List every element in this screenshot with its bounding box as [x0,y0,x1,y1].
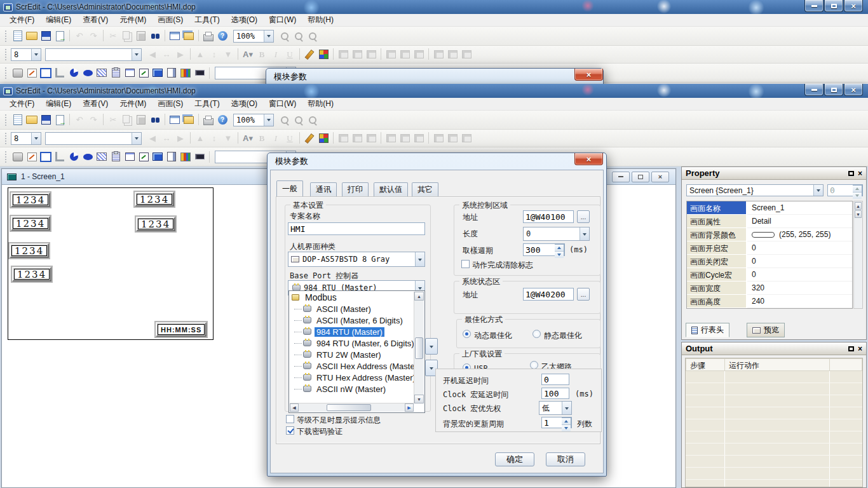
make-same-size-icon[interactable] [337,48,349,61]
tab-others[interactable]: 其它 [412,182,438,196]
tab-row-header[interactable]: 行表头 [686,323,729,337]
copy-icon[interactable] [121,114,133,126]
open-file-icon[interactable] [25,30,38,43]
property-object-combo[interactable]: Screen {Screen_1} [686,184,824,196]
pie-element-icon[interactable] [67,67,80,79]
zoom-out-icon[interactable] [292,30,305,43]
text-style-combo[interactable] [45,48,142,61]
save-icon[interactable] [39,114,52,126]
tree-item[interactable]: ASCII (Master, 6 Digits) [290,315,414,326]
center-vertical-icon[interactable]: ↕ [208,48,220,61]
level-hint-checkbox[interactable] [286,415,294,423]
menu-edit[interactable]: 编辑(E) [40,97,77,111]
button-element-icon[interactable] [11,67,24,79]
state-address-browse-button[interactable]: ... [577,288,590,301]
font-color-icon[interactable]: A▾ [241,132,254,145]
column-action[interactable]: 运行动作 [725,358,830,371]
menu-file[interactable]: 文件(F) [4,97,40,111]
align-left-icon[interactable]: ◀ [146,48,159,61]
undo-icon[interactable]: ↶ [73,30,86,43]
menu-window[interactable]: 窗口(W) [263,13,302,27]
undo-icon[interactable]: ↶ [73,114,86,126]
make-same-height-icon[interactable] [365,132,377,145]
bring-front-icon[interactable] [432,48,445,61]
numeric-display-element[interactable]: 1234 [8,242,50,259]
text-style-combo[interactable] [45,132,142,145]
dropdown-arrow-icon[interactable] [562,402,571,414]
pie-element-icon[interactable] [67,151,80,163]
float-panel-icon[interactable] [848,171,854,176]
menu-screen[interactable]: 画面(S) [152,13,189,27]
bring-front-icon[interactable] [432,132,445,145]
ungroup-icon[interactable] [398,132,411,145]
display-element-icon[interactable] [151,67,164,79]
download-password-checkbox[interactable] [286,426,294,435]
dialog-close-button[interactable]: × [574,153,603,165]
help-icon[interactable] [216,30,229,43]
tab-general[interactable]: 一般 [276,180,303,196]
layer-order-icon[interactable] [412,48,425,61]
property-value[interactable]: 0 [747,268,852,281]
align-left-icon[interactable]: ◀ [146,132,159,145]
make-same-size-icon[interactable] [337,132,349,145]
hidden-combo-arrow[interactable] [425,338,438,355]
scroll-up-icon[interactable]: ▲ [855,202,862,210]
new-file-icon[interactable] [11,30,24,43]
button-element-icon[interactable] [11,151,24,163]
chart-element-icon[interactable] [179,67,192,79]
close-button[interactable]: × [844,84,863,96]
pen-icon[interactable] [303,132,316,145]
property-value[interactable]: 0 [747,241,852,255]
clear-flag-checkbox[interactable] [461,260,470,268]
menu-file[interactable]: 文件(F) [4,13,40,27]
dialog-close-button[interactable]: × [574,69,603,81]
design-canvas[interactable]: 1234 1234 1234 1234 1234 1234 [8,187,214,340]
cut-icon[interactable]: ✂ [107,30,119,43]
cut-icon[interactable]: ✂ [107,114,119,126]
underline-icon[interactable]: U [283,132,296,145]
export-icon[interactable] [53,114,66,126]
zoom-in-icon[interactable] [278,30,291,43]
flip-icon[interactable] [460,132,473,145]
property-value[interactable]: Screen_1 [747,201,852,215]
menu-tools[interactable]: 工具(T) [189,13,225,27]
property-label[interactable]: 画面名称 [687,201,747,215]
clock-priority-combo[interactable]: 低 [539,401,572,415]
italic-icon[interactable]: I [269,48,282,61]
spinner-buttons[interactable] [562,417,571,428]
make-same-width-icon[interactable] [351,48,363,61]
clock-delay-input[interactable]: 100 [541,388,569,399]
numeric-display-element[interactable]: 1234 [135,215,177,233]
scroll-thumb[interactable] [327,404,371,411]
tree-root-modbus[interactable]: Modbus [290,292,414,303]
length-combo[interactable]: 0 [523,227,590,241]
group-icon[interactable] [384,132,397,145]
property-row[interactable]: 画面名称 Screen_1 [687,201,852,215]
pattern-element-icon[interactable] [95,67,108,79]
property-value[interactable]: 240 [747,295,852,308]
ungroup-icon[interactable] [398,48,411,61]
dropdown-arrow-icon[interactable] [264,114,273,126]
close-panel-icon[interactable]: × [858,170,862,177]
align-right-icon[interactable]: ▶ [174,132,187,145]
dynamic-optimize-radio[interactable] [463,330,471,338]
align-top-icon[interactable]: ▲ [194,132,207,145]
menu-window[interactable]: 窗口(W) [263,97,302,111]
center-vertical-icon[interactable]: ↕ [208,132,220,145]
numeric-display-element[interactable]: 1234 [10,215,51,232]
property-row[interactable]: 画面高度 240 [687,295,852,308]
menu-view[interactable]: 查看(V) [77,97,114,111]
keypad-element-icon[interactable] [193,67,206,79]
minimize-button[interactable] [804,84,824,96]
spinner-buttons[interactable] [555,244,564,255]
ok-button[interactable]: 确定 [495,452,534,466]
zoom-level-combo[interactable]: 100% [233,30,274,43]
state-button-element-icon[interactable] [39,67,52,79]
boot-delay-input[interactable]: 0 [541,374,569,385]
property-label[interactable]: 画面属性 [687,215,747,228]
pattern-element-icon[interactable] [95,151,108,163]
draw-element-icon[interactable] [25,151,38,163]
redo-icon[interactable]: ↷ [87,114,100,126]
paste-icon[interactable] [135,30,147,43]
draw-element-icon[interactable] [25,67,38,79]
